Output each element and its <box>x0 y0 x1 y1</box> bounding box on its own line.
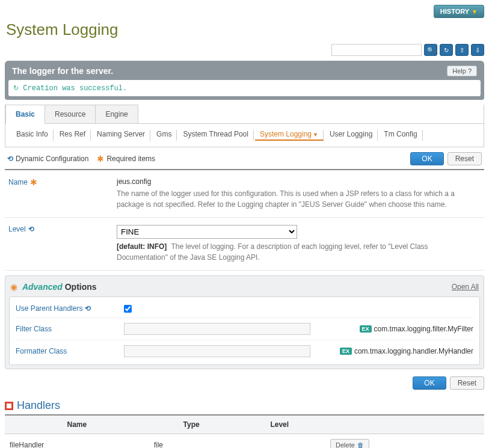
handlers-title: Handlers <box>17 399 60 412</box>
reset-button[interactable]: Reset <box>447 152 482 165</box>
handlers-icon <box>5 402 13 410</box>
form-row-name: Name ✱ jeus.config The name of the logge… <box>5 170 484 218</box>
delete-icon: 🗑 <box>357 441 364 448</box>
chevron-down-icon: ▼ <box>313 132 318 138</box>
col-type: Type <box>149 416 234 434</box>
xml-import-icon: ⇩ <box>475 47 480 54</box>
subtab-user-logging[interactable]: User Logging <box>325 130 378 141</box>
required-icon: ✱ <box>97 154 104 164</box>
history-label: HISTORY <box>440 8 469 15</box>
banner-message: Creation was successful. <box>23 84 127 93</box>
subtab-system-logging[interactable]: System Logging▼ <box>255 130 324 141</box>
level-select[interactable]: FINE <box>117 225 297 239</box>
cell-level <box>234 434 326 449</box>
refresh-button[interactable]: ↻ <box>440 44 453 56</box>
tab-basic[interactable]: Basic <box>5 105 45 124</box>
subtab-basic-info[interactable]: Basic Info <box>11 130 54 141</box>
sync-icon: ⟲ <box>85 304 91 313</box>
delete-label: Delete <box>336 441 355 448</box>
advanced-label: Advanced <box>22 282 63 292</box>
advanced-options: ◉ Advanced Options Open All Use Parent H… <box>5 275 484 369</box>
search-button[interactable]: 🔍 <box>424 44 437 56</box>
level-label: Level <box>8 225 26 233</box>
success-icon: ↻ <box>13 84 19 91</box>
tab-resource[interactable]: Resource <box>45 105 96 123</box>
sync-icon: ⟲ <box>28 225 34 233</box>
formatter-class-label: Formatter Class <box>16 347 67 355</box>
open-all-link[interactable]: Open All <box>452 283 479 291</box>
tab-engine[interactable]: Engine <box>95 105 138 123</box>
search-icon: 🔍 <box>427 47 434 54</box>
level-default: [default: INFO] <box>117 242 167 251</box>
col-level: Level <box>234 416 326 434</box>
xml-export-button[interactable]: ⇧ <box>455 44 469 56</box>
subtab-tm-config[interactable]: Tm Config <box>379 130 422 141</box>
table-row: fileHandler file Delete 🗑 <box>5 434 484 449</box>
col-action <box>325 416 484 434</box>
form-row-level: Level ⟲ FINE [default: INFO] The level o… <box>5 218 484 271</box>
subtab-system-thread-pool[interactable]: System Thread Pool <box>178 130 254 141</box>
subtab-naming-server[interactable]: Naming Server <box>92 130 150 141</box>
filter-class-example: com.tmax.logging.filter.MyFilter <box>374 325 473 333</box>
cell-type: file <box>149 434 234 449</box>
subtab-res-ref[interactable]: Res Ref <box>55 130 91 141</box>
history-button[interactable]: HISTORY ▼ <box>434 5 484 18</box>
subtab-gms[interactable]: Gms <box>152 130 177 141</box>
chevron-down-icon: ▼ <box>472 8 478 15</box>
name-desc: The name of the logger used for this con… <box>117 188 481 210</box>
xml-export-icon: ⇧ <box>460 47 464 54</box>
page-title: System Logging <box>6 20 484 39</box>
use-parent-label: Use Parent Handlers <box>16 304 82 313</box>
search-input[interactable] <box>331 44 422 56</box>
filter-class-label: Filter Class <box>16 325 52 333</box>
ok-button-2[interactable]: OK <box>413 376 446 390</box>
main-tabs: Basic Resource Engine <box>5 105 484 124</box>
use-parent-checkbox[interactable] <box>124 305 132 313</box>
cell-name: fileHandler <box>5 434 149 449</box>
formatter-class-input[interactable] <box>124 345 310 357</box>
help-button[interactable]: Help ? <box>447 66 477 76</box>
sub-tabs: Basic Info Res Ref Naming Server Gms Sys… <box>5 124 484 147</box>
reset-button-2[interactable]: Reset <box>450 376 484 390</box>
banner: The logger for the server. Help ? ↻ Crea… <box>5 61 484 100</box>
handlers-table: Name Type Level fileHandler file Delete … <box>5 416 484 448</box>
legend-required: ✱Required items <box>97 154 155 164</box>
name-value: jeus.config <box>117 177 481 186</box>
name-label: Name <box>8 178 28 186</box>
banner-title: The logger for the server. <box>12 66 113 76</box>
delete-button[interactable]: Delete 🗑 <box>330 439 369 448</box>
col-name: Name <box>5 416 149 434</box>
xml-import-button[interactable]: ⇩ <box>471 44 484 56</box>
ex-badge: EX <box>340 348 352 355</box>
formatter-class-example: com.tmax.logging.handler.MyHandler <box>354 347 473 355</box>
shield-icon: ◉ <box>10 282 17 292</box>
legend-dynamic: ⟲Dynamic Configuration <box>7 155 88 163</box>
filter-class-input[interactable] <box>124 323 310 335</box>
options-label: Options <box>65 282 97 292</box>
ok-button[interactable]: OK <box>410 152 443 165</box>
refresh-icon: ↻ <box>444 47 449 54</box>
ex-badge: EX <box>360 325 372 333</box>
sync-icon: ⟲ <box>7 155 13 163</box>
required-icon: ✱ <box>30 177 37 187</box>
